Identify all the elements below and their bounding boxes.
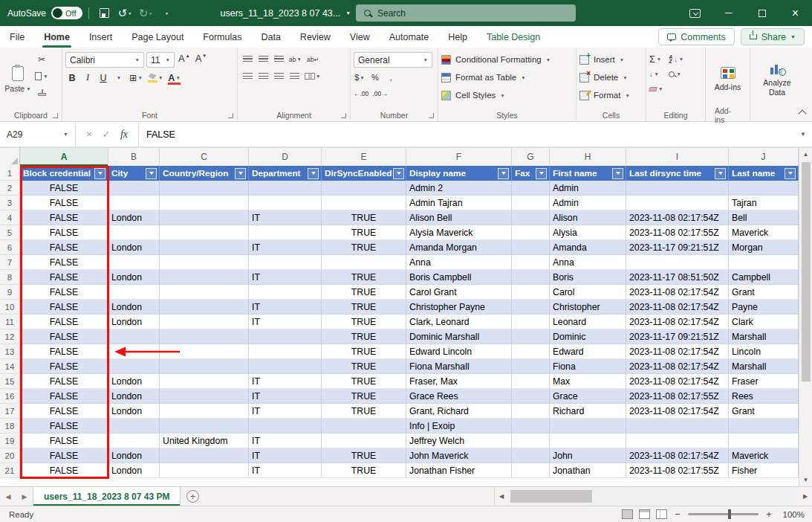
cell[interactable]: Christopher Payne — [406, 300, 512, 315]
dialog-launcher-icon[interactable] — [341, 113, 346, 118]
insert-cells-button[interactable]: Insert ▼ — [579, 52, 643, 67]
cell[interactable] — [160, 255, 249, 270]
cell[interactable]: Amanda — [550, 240, 626, 255]
cell[interactable] — [160, 196, 249, 210]
cell[interactable]: Grace Rees — [406, 389, 512, 404]
cell[interactable]: Tajran — [729, 196, 799, 210]
borders-button[interactable]: ⊞▼ — [128, 71, 144, 85]
cell[interactable]: John — [550, 448, 626, 463]
cell[interactable] — [626, 196, 729, 210]
cell[interactable] — [512, 210, 550, 225]
menu-tab-home[interactable]: Home — [34, 26, 79, 48]
cell[interactable] — [160, 404, 249, 419]
column-header-H[interactable]: H — [550, 148, 626, 166]
cell[interactable] — [729, 434, 799, 448]
cell[interactable]: IT — [249, 463, 322, 478]
zoom-level[interactable]: 100% — [779, 510, 805, 519]
cell[interactable]: Jeffrey Welch — [406, 434, 512, 448]
sort-filter-button[interactable]: AZ↓▼ — [669, 53, 683, 65]
cell[interactable]: Anna — [550, 255, 626, 270]
share-button[interactable]: Share ▼ — [741, 28, 805, 45]
cell[interactable]: Jonathan — [550, 463, 626, 478]
cell[interactable]: 2023-11-08 02:17:54Z — [626, 359, 729, 374]
cell[interactable]: Clark, Leonard — [406, 315, 512, 329]
maximize-button[interactable] — [745, 0, 779, 26]
cell[interactable]: 2023-11-08 02:17:55Z — [626, 389, 729, 404]
cell[interactable] — [512, 463, 550, 478]
autosum-button[interactable]: Σ▼ — [649, 53, 663, 65]
cell[interactable]: Alysia Maverick — [406, 225, 512, 240]
page-break-view-button[interactable] — [656, 509, 667, 519]
cell[interactable] — [512, 315, 550, 329]
table-header-cell[interactable]: Department — [249, 166, 322, 181]
cell[interactable] — [108, 255, 160, 270]
column-header-F[interactable]: F — [406, 148, 512, 166]
table-header-cell[interactable]: Last dirsync time — [626, 166, 729, 181]
filter-button[interactable] — [785, 168, 796, 179]
insert-function-button[interactable]: fx — [116, 129, 132, 141]
cell[interactable]: London — [108, 389, 160, 404]
cell[interactable] — [108, 285, 160, 300]
cell[interactable]: FALSE — [20, 225, 108, 240]
cell[interactable] — [550, 434, 626, 448]
cell[interactable] — [160, 359, 249, 374]
minimize-button[interactable] — [712, 0, 745, 26]
cell[interactable]: TRUE — [322, 448, 406, 463]
cell[interactable] — [512, 240, 550, 255]
cell[interactable]: Grant — [729, 285, 799, 300]
sheet-tab[interactable]: users_11_18_2023 8 07 43 PM — [33, 487, 181, 506]
cell[interactable]: 2023-11-08 02:17:54Z — [626, 344, 729, 359]
cell[interactable] — [512, 225, 550, 240]
cell[interactable] — [249, 255, 322, 270]
add-sheet-button[interactable]: + — [181, 487, 204, 506]
cell[interactable]: 2023-11-08 02:17:54Z — [626, 448, 729, 463]
cell[interactable]: TRUE — [322, 389, 406, 404]
row-number[interactable]: 10 — [0, 300, 20, 315]
align-center-button[interactable] — [256, 69, 270, 83]
menu-tab-help[interactable]: Help — [438, 26, 477, 48]
column-header-I[interactable]: I — [626, 148, 729, 166]
analyze-data-button[interactable]: Analyze Data — [753, 51, 801, 109]
cell[interactable]: Dominic Marshall — [406, 329, 512, 344]
cell[interactable]: 2023-11-08 02:17:55Z — [626, 225, 729, 240]
cell[interactable]: Boris Campbell — [406, 270, 512, 285]
cell[interactable]: Campbell — [729, 270, 799, 285]
font-color-button[interactable]: A▼ — [166, 71, 181, 85]
dialog-launcher-icon[interactable] — [429, 113, 434, 118]
bold-button[interactable]: B — [65, 71, 79, 85]
menu-tab-data[interactable]: Data — [251, 26, 290, 48]
cell[interactable] — [512, 329, 550, 344]
cell[interactable] — [322, 181, 406, 196]
font-name-combo[interactable]: Calibri▼ — [65, 52, 144, 68]
currency-format-button[interactable]: $▼ — [354, 71, 366, 84]
cell[interactable] — [512, 270, 550, 285]
cell[interactable]: London — [108, 448, 160, 463]
ribbon-display-options-button[interactable] — [678, 0, 712, 26]
zoom-in-button[interactable]: + — [764, 509, 773, 520]
filter-button[interactable] — [235, 168, 246, 179]
number-format-combo[interactable]: General▼ — [354, 52, 432, 68]
decrease-font-size-button[interactable]: A▼ — [194, 53, 209, 67]
format-cells-button[interactable]: Format ▼ — [579, 88, 643, 103]
row-number[interactable]: 3 — [0, 196, 20, 210]
cell[interactable]: FALSE — [20, 210, 108, 225]
cell[interactable]: Admin — [550, 181, 626, 196]
cell[interactable]: Carol Grant — [406, 285, 512, 300]
percent-format-button[interactable]: % — [369, 71, 381, 84]
cell[interactable]: TRUE — [322, 225, 406, 240]
cell[interactable]: Leonard — [550, 315, 626, 329]
row-number[interactable]: 6 — [0, 240, 20, 255]
cell[interactable]: London — [108, 463, 160, 478]
cell[interactable] — [108, 329, 160, 344]
cell[interactable]: Marshall — [729, 329, 799, 344]
cell[interactable]: 2023-11-17 09:21:51Z — [626, 329, 729, 344]
italic-button[interactable]: I — [81, 71, 94, 85]
row-number[interactable]: 11 — [0, 315, 20, 329]
normal-view-button[interactable] — [622, 509, 633, 519]
filter-button[interactable] — [146, 168, 157, 179]
cell[interactable]: FALSE — [20, 240, 108, 255]
cell[interactable]: London — [108, 404, 160, 419]
cell[interactable]: Info | Exoip — [406, 419, 512, 434]
cell[interactable]: FALSE — [20, 196, 108, 210]
cell[interactable]: FALSE — [20, 315, 108, 329]
